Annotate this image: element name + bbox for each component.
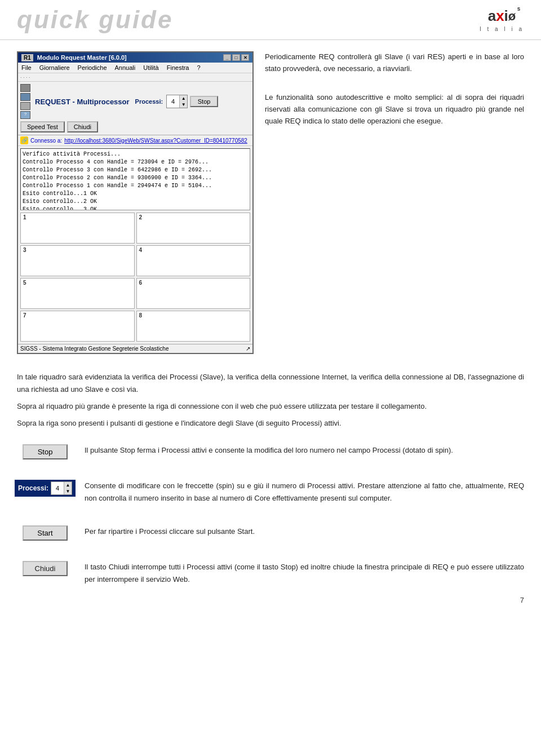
start-demo-area: Start bbox=[17, 525, 73, 541]
spin-down-button[interactable]: ▼ bbox=[179, 101, 187, 108]
processi-demo-widget: Processi: ▲ ▼ bbox=[15, 480, 76, 497]
menu-utilita[interactable]: Utilità bbox=[142, 64, 160, 72]
start-demo-button[interactable]: Start bbox=[23, 525, 68, 541]
req-title: REQUEST - Multiprocessor bbox=[35, 98, 130, 106]
grid-cell-5: 5 bbox=[20, 278, 135, 309]
grid-cell-1: 1 bbox=[20, 213, 135, 244]
body-para-2: Sopra al riquadro più grande è presente … bbox=[17, 400, 524, 413]
quick-guide-logo: quick guide bbox=[17, 6, 173, 34]
right-text-column: Periodicamente REQ controllerà gli Slave… bbox=[265, 51, 524, 354]
processes-label: Processi: bbox=[135, 98, 163, 105]
grid-cell-8: 8 bbox=[136, 311, 251, 342]
spin-up-button[interactable]: ▲ bbox=[179, 95, 187, 101]
close-button[interactable]: ✕ bbox=[241, 54, 249, 61]
url-bar: 🔗 Connesso a: http://localhost:3680/Sige… bbox=[18, 135, 252, 146]
body-para-3: Sopra la riga sono presenti i pulsanti d… bbox=[17, 417, 524, 430]
url-icon: 🔗 bbox=[20, 136, 28, 144]
processes-input[interactable] bbox=[167, 95, 179, 108]
chiudi-demo-area: Chiudi bbox=[17, 561, 73, 576]
log-line-4: Controllo Processo 1 con Handle = 294947… bbox=[23, 182, 248, 190]
processi-demo-down[interactable]: ▼ bbox=[64, 488, 72, 494]
grid-cell-3: 3 bbox=[20, 245, 135, 276]
processi-description: Consente di modificare con le freccette … bbox=[85, 480, 524, 505]
menu-periodiche[interactable]: Periodiche bbox=[77, 64, 108, 72]
page-number: 7 bbox=[0, 596, 541, 610]
processi-demo-spin-btns[interactable]: ▲ ▼ bbox=[64, 482, 72, 494]
chiudi-button-row: Chiudi Il tasto Chiudi interrompe tutti … bbox=[0, 551, 541, 596]
speed-test-button[interactable]: Speed Test bbox=[20, 121, 65, 132]
stop-button-row: Stop Il pulsante Stop ferma i Processi a… bbox=[0, 434, 541, 470]
status-bar: SIGSS - Sistema Integrato Gestione Segre… bbox=[18, 344, 252, 353]
icon4: ? bbox=[20, 111, 30, 119]
menu-finestra[interactable]: Finestra bbox=[166, 64, 190, 72]
page-header: quick guide a x i ø s I t a l i a bbox=[0, 0, 541, 40]
minimize-button[interactable]: _ bbox=[223, 54, 231, 61]
stop-demo-area: Stop bbox=[17, 444, 73, 459]
stop-button[interactable]: Stop bbox=[190, 96, 218, 107]
title-bar-buttons[interactable]: _ □ ✕ bbox=[223, 54, 249, 61]
url-text: http://localhost:3680/SigeWeb/SWStar.asp… bbox=[64, 138, 247, 144]
processi-demo-up[interactable]: ▲ bbox=[64, 482, 72, 488]
maximize-button[interactable]: □ bbox=[232, 54, 240, 61]
body-para-1: In tale riquadro sarà evidenziata la ver… bbox=[17, 371, 524, 396]
slave-grid: 1 2 3 4 5 6 7 8 bbox=[20, 213, 250, 342]
start-button-row: Start Per far ripartire i Processi clicc… bbox=[0, 515, 541, 551]
menu-annuali[interactable]: Annuali bbox=[114, 64, 137, 72]
stop-description: Il pulsante Stop ferma i Processi attivi… bbox=[85, 444, 524, 457]
chiudi-demo-button[interactable]: Chiudi bbox=[23, 561, 68, 576]
status-text: SIGSS - Sistema Integrato Gestione Segre… bbox=[20, 346, 168, 352]
menu-bar: File Giornaliere Periodiche Annuali Util… bbox=[18, 63, 252, 73]
log-line-5: Esito controllo...1 OK bbox=[23, 190, 248, 198]
toolbar-icons: ? bbox=[20, 84, 30, 119]
grid-cell-4: 4 bbox=[136, 245, 251, 276]
axios-subtitle: I t a l i a bbox=[480, 26, 524, 32]
log-line-1: Controllo Processo 4 con Handle = 723094… bbox=[23, 158, 248, 166]
axios-logo-area: a x i ø s I t a l i a bbox=[480, 7, 524, 32]
log-line-3: Controllo Processo 2 con Handle = 930690… bbox=[23, 174, 248, 182]
grid-cell-7: 7 bbox=[20, 311, 135, 342]
right-para-1: Periodicamente REQ controllerà gli Slave… bbox=[265, 51, 524, 75]
chiudi-button[interactable]: Chiudi bbox=[67, 121, 98, 132]
log-line-0: Verifico attività Processi... bbox=[23, 151, 248, 158]
processi-button-row: Processi: ▲ ▼ Consente di modificare con… bbox=[0, 470, 541, 515]
menu-help[interactable]: ? bbox=[196, 64, 202, 72]
icon1 bbox=[20, 84, 30, 92]
toolbar-area: ? REQUEST - Multiprocessor Processi: ▲ ▼… bbox=[18, 82, 252, 135]
title-bar: R1 Modulo Request Master [6.0.0] _ □ ✕ bbox=[18, 52, 252, 63]
processi-demo-label: Processi: bbox=[18, 484, 48, 492]
right-para-2: Le funzionalità sono autodescrittive e m… bbox=[265, 92, 524, 127]
body-description: In tale riquadro sarà evidenziata la ver… bbox=[0, 365, 541, 430]
log-line-6: Esito controllo...2 OK bbox=[23, 198, 248, 206]
stop-demo-button[interactable]: Stop bbox=[23, 444, 68, 459]
grid-cell-6: 6 bbox=[136, 278, 251, 309]
grid-cell-2: 2 bbox=[136, 213, 251, 244]
app-screenshot: R1 Modulo Request Master [6.0.0] _ □ ✕ F… bbox=[17, 51, 254, 354]
processes-spinbox[interactable]: ▲ ▼ bbox=[166, 95, 188, 108]
icon3 bbox=[20, 102, 30, 110]
main-content: R1 Modulo Request Master [6.0.0] _ □ ✕ F… bbox=[0, 40, 541, 365]
icon2 bbox=[20, 93, 30, 101]
chiudi-description: Il tasto Chiudi interrompe tutti i Proce… bbox=[85, 561, 524, 586]
title-bar-text: R1 Modulo Request Master [6.0.0] bbox=[21, 54, 127, 61]
log-area: Verifico attività Processi... Controllo … bbox=[20, 148, 250, 210]
processi-demo-spin[interactable]: ▲ ▼ bbox=[51, 481, 72, 495]
start-description: Per far ripartire i Processi cliccare su… bbox=[85, 525, 524, 538]
toolbar-dots: · · · · bbox=[18, 73, 252, 82]
spin-buttons[interactable]: ▲ ▼ bbox=[179, 95, 187, 108]
log-line-7: Esito controllo...3 OK bbox=[23, 206, 248, 210]
menu-giornaliere[interactable]: Giornaliere bbox=[38, 64, 71, 72]
processi-demo-input[interactable] bbox=[51, 482, 64, 494]
menu-file[interactable]: File bbox=[20, 64, 33, 72]
processi-demo-area: Processi: ▲ ▼ bbox=[17, 480, 73, 497]
status-icon: ↗ bbox=[246, 346, 250, 352]
app-window: R1 Modulo Request Master [6.0.0] _ □ ✕ F… bbox=[17, 51, 254, 354]
log-line-2: Controllo Processo 3 con Handle = 642298… bbox=[23, 166, 248, 174]
url-connesso: Connesso a: bbox=[30, 138, 62, 144]
